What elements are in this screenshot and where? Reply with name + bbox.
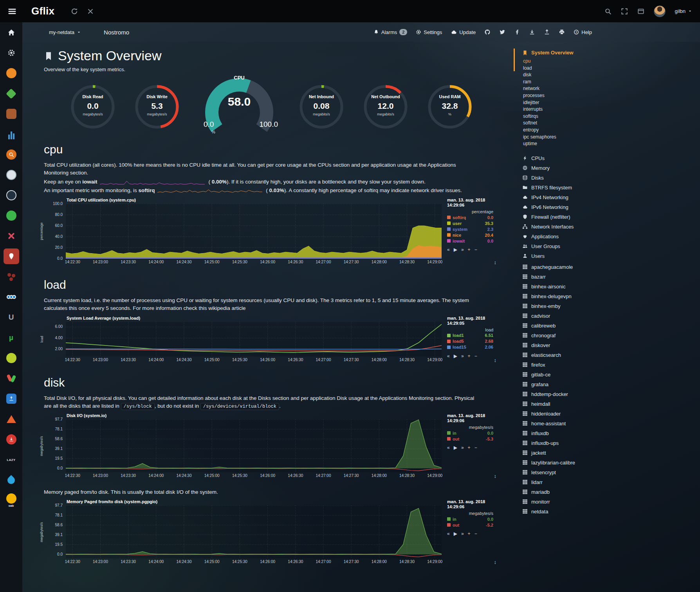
menu-item-network-interfaces[interactable]: Network Interfaces [514,222,631,232]
user-menu[interactable]: gilbn [675,8,692,14]
chart-pan-right-button[interactable]: » [461,445,464,450]
sidebar-app-button[interactable] [0,266,22,287]
gauge-net-inbound[interactable]: Net Inbound0.08megabits/s [298,84,345,130]
menu-item-jackett[interactable]: jackett [514,448,631,458]
hostname[interactable]: Nostromo [104,29,129,36]
tabs-icon[interactable] [637,8,644,15]
chart-pan-left-button[interactable]: « [447,531,450,536]
chart-canvas[interactable] [66,506,442,558]
submenu-item-processes[interactable]: processes [523,92,631,99]
gauge-disk-read[interactable]: Disk Read0.0megabytes/s [70,84,116,130]
chart-pan-right-button[interactable]: » [461,353,464,359]
menu-item-ipv6-networking[interactable]: IPv6 Networking [514,202,631,212]
wikipedia-link[interactable]: wikipedia article [208,305,245,311]
submenu-item-softirqs[interactable]: softirqs [523,113,631,120]
chart-resize-handle[interactable]: ↕ [494,259,497,265]
menu-item-hiddenloader[interactable]: hiddenloader [514,409,631,419]
sidebar-app-button[interactable] [0,83,22,104]
menu-item-heimdall[interactable]: heimdall [514,399,631,409]
sidebar-app-button[interactable]: LAZY [0,450,22,470]
sidebar-app-button[interactable]: µ [0,327,22,348]
sidebar-app-button[interactable] [0,368,22,389]
menu-item-users[interactable]: Users [514,251,631,261]
submenu-item-entropy[interactable]: entropy [523,127,631,134]
chart-resize-handle[interactable]: ↕ [494,473,497,479]
legend-item[interactable]: in0.0 [447,516,493,522]
sidebar-app-button[interactable] [0,63,22,83]
import-icon[interactable] [529,29,535,35]
sidebar-app-button[interactable] [0,165,22,185]
menu-item-influxdb-ups[interactable]: influxdb-ups [514,438,631,448]
submenu-item-cpu[interactable]: cpu [523,58,631,65]
sidebar-app-button[interactable] [0,389,22,409]
submenu-item-interrupts[interactable]: interrupts [523,106,631,113]
settings-button[interactable]: Settings [416,29,442,35]
sidebar-app-button[interactable] [0,246,22,266]
gauge-net-outbound[interactable]: Net Outbound12.0megabits/s [363,84,409,130]
chart-play-button[interactable]: ▶ [454,445,457,450]
sidebar-app-button[interactable]: sab [0,490,22,511]
sidebar-settings-button[interactable] [0,43,22,63]
chart-zoom-out-button[interactable]: − [474,247,477,252]
chart-resize-handle[interactable]: ↕ [494,559,497,565]
legend-item[interactable]: user35.3 [447,220,493,226]
legend-item[interactable]: nice20.4 [447,232,493,238]
legend-item[interactable]: iowait0.0 [447,238,493,244]
chart-zoom-out-button[interactable]: − [474,531,477,536]
submenu-item-disk[interactable]: disk [523,72,631,79]
twitter-icon[interactable] [499,29,505,35]
menu-item-diskover[interactable]: diskover [514,340,631,350]
chart-pan-right-button[interactable]: » [461,247,464,252]
submenu-item-ram[interactable]: ram [523,79,631,86]
chart-zoom-in-button[interactable]: + [468,531,471,536]
menu-item-netdata[interactable]: netdata [514,507,631,516]
menu-item-lazylibrarian-calibre[interactable]: lazylibrarian-calibre [514,458,631,468]
menu-item-elasticsearch[interactable]: elasticsearch [514,350,631,360]
sidebar-app-button[interactable] [0,124,22,144]
menu-item-hddtemp-docker[interactable]: hddtemp-docker [514,389,631,399]
chart-pan-left-button[interactable]: « [447,445,450,450]
submenu-item-ipc-semaphores[interactable]: ipc semaphores [523,134,631,141]
menu-item-influxdb[interactable]: influxdb [514,428,631,438]
chart-resize-handle[interactable]: ↕ [494,357,497,363]
submenu-item-uptime[interactable]: uptime [523,140,631,148]
export-icon[interactable] [544,29,550,35]
close-tab-icon[interactable] [87,8,94,14]
chart-canvas[interactable] [66,204,442,259]
menu-item-apacheguacamole[interactable]: apacheguacamole [514,262,631,272]
menu-icon[interactable] [8,7,16,16]
gauge-disk-write[interactable]: Disk Write5.3megabytes/s [134,84,180,130]
legend-item[interactable]: load152.06 [447,344,493,350]
gauge-cpu[interactable]: CPU58.00.0100.0% [198,76,280,134]
menu-item-binhex-emby[interactable]: binhex-emby [514,301,631,311]
fullscreen-icon[interactable] [621,8,628,15]
menu-item-system-overview[interactable]: System Overview [514,50,631,56]
sidebar-app-button[interactable]: U [0,307,22,327]
chart-zoom-out-button[interactable]: − [474,445,477,450]
menu-item-mariadb[interactable]: mariadb [514,487,631,497]
chart-play-button[interactable]: ▶ [454,531,457,536]
menu-item-ipv4-networking[interactable]: IPv4 Networking [514,193,631,202]
sidebar-app-button[interactable] [0,104,22,124]
menu-item-applications[interactable]: Applications [514,232,631,241]
legend-item[interactable]: out-5.2 [447,522,493,528]
chart-zoom-in-button[interactable]: + [468,247,471,252]
legend-item[interactable]: in0.0 [447,430,493,436]
menu-item-chronograf[interactable]: chronograf [514,331,631,340]
legend-item[interactable]: out-5.3 [447,436,493,442]
iowait-sparkline[interactable] [100,179,205,185]
menu-item-btrfs-filesystem[interactable]: BTRFS filesystem [514,183,631,193]
sidebar-app-button[interactable] [0,226,22,246]
sidebar-app-button[interactable] [0,470,22,490]
menu-item-cadvisor[interactable]: cadvisor [514,311,631,321]
menu-item-grafana[interactable]: grafana [514,380,631,389]
refresh-tab-icon[interactable] [71,8,78,15]
gauge-used-ram[interactable]: Used RAM32.8% [427,84,473,130]
menu-item-home-assistant[interactable]: home-assistant [514,419,631,428]
chart-canvas[interactable] [66,419,442,472]
my-netdata-dropdown[interactable]: my-netdata [49,29,81,35]
menu-item-user-groups[interactable]: User Groups [514,241,631,251]
print-icon[interactable] [559,29,565,35]
submenu-item-softnet[interactable]: softnet [523,120,631,127]
chart-zoom-out-button[interactable]: − [474,353,477,359]
